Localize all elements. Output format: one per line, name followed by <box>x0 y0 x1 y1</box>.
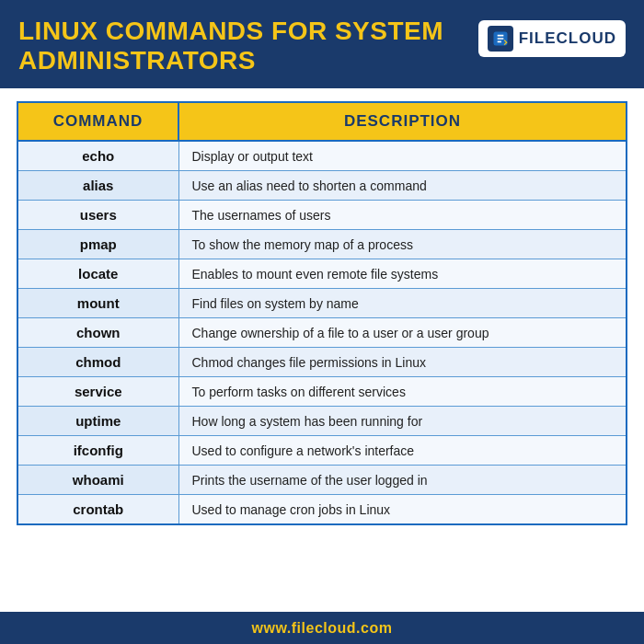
page-wrapper: LINUX COMMANDS FOR SYSTEM ADMINISTRATORS… <box>0 0 644 644</box>
command-cell: uptime <box>17 407 178 436</box>
table-header-row: COMMAND DESCRIPTION <box>17 102 627 141</box>
description-cell: Enables to mount even remote file system… <box>178 259 627 289</box>
footer-url: www.filecloud.com <box>252 620 393 636</box>
description-cell: Display or output text <box>178 141 627 171</box>
table-row: echoDisplay or output text <box>17 141 627 171</box>
command-cell: echo <box>17 141 178 171</box>
description-cell: How long a system has been running for <box>178 407 627 436</box>
table-row: locateEnables to mount even remote file … <box>17 259 627 289</box>
table-row: uptimeHow long a system has been running… <box>17 407 627 436</box>
table-row: pmapTo show the memory map of a process <box>17 230 627 259</box>
table-row: chownChange ownership of a file to a use… <box>17 318 627 348</box>
table-row: mountFind files on system by name <box>17 289 627 318</box>
command-cell: crontab <box>17 495 178 525</box>
command-cell: users <box>17 201 178 230</box>
command-cell: whoami <box>17 466 178 495</box>
description-cell: Change ownership of a file to a user or … <box>178 318 627 348</box>
table-row: ifconfigUsed to configure a network's in… <box>17 436 627 466</box>
header: LINUX COMMANDS FOR SYSTEM ADMINISTRATORS… <box>0 0 644 88</box>
col-command-header: COMMAND <box>17 102 178 141</box>
command-cell: ifconfig <box>17 436 178 466</box>
description-cell: To show the memory map of a process <box>178 230 627 259</box>
table-area: COMMAND DESCRIPTION echoDisplay or outpu… <box>0 88 644 612</box>
description-cell: Use an alias need to shorten a command <box>178 171 627 201</box>
command-cell: chown <box>17 318 178 348</box>
description-cell: Used to manage cron jobs in Linux <box>178 495 627 525</box>
logo-text: FILECLOUD <box>519 29 616 48</box>
table-row: usersThe usernames of users <box>17 201 627 230</box>
command-cell: service <box>17 377 178 407</box>
commands-table: COMMAND DESCRIPTION echoDisplay or outpu… <box>17 101 627 525</box>
command-cell: chmod <box>17 348 178 377</box>
description-cell: Find files on system by name <box>178 289 627 318</box>
command-cell: locate <box>17 259 178 289</box>
table-row: serviceTo perform tasks on different ser… <box>17 377 627 407</box>
command-cell: alias <box>17 171 178 201</box>
table-row: chmodChmod changes file permissions in L… <box>17 348 627 377</box>
description-cell: To perform tasks on different services <box>178 377 627 407</box>
footer: www.filecloud.com <box>0 612 644 644</box>
filecloud-icon <box>488 26 513 52</box>
command-cell: mount <box>17 289 178 318</box>
table-row: crontabUsed to manage cron jobs in Linux <box>17 495 627 525</box>
description-cell: The usernames of users <box>178 201 627 230</box>
command-cell: pmap <box>17 230 178 259</box>
description-cell: Prints the username of the user logged i… <box>178 466 627 495</box>
col-description-header: DESCRIPTION <box>178 102 627 141</box>
table-row: whoamiPrints the username of the user lo… <box>17 466 627 495</box>
logo-box: FILECLOUD <box>478 20 626 57</box>
description-cell: Chmod changes file permissions in Linux <box>178 348 627 377</box>
table-row: aliasUse an alias need to shorten a comm… <box>17 171 627 201</box>
page-title: LINUX COMMANDS FOR SYSTEM ADMINISTRATORS <box>18 17 460 75</box>
description-cell: Used to configure a network's interface <box>178 436 627 466</box>
